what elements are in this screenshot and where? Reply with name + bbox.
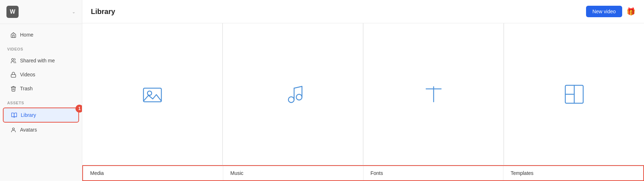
templates-icon-area (504, 23, 644, 165)
sidebar: W ⌄ Home Videos (0, 0, 82, 181)
header-actions: New video 🎁 (586, 6, 635, 17)
sidebar-item-home[interactable]: Home (3, 28, 79, 42)
card-labels-row: Media Music Fonts Templates (82, 165, 644, 181)
sidebar-item-shared-with-me[interactable]: Shared with me (3, 54, 79, 67)
avatars-label: Avatars (20, 127, 37, 133)
library-card-music[interactable] (223, 23, 363, 165)
logo-button[interactable]: W (6, 6, 19, 18)
videos-label: Videos (20, 72, 35, 77)
library-label: Library (21, 112, 36, 118)
svg-rect-3 (143, 88, 161, 102)
chevron-down-icon[interactable]: ⌄ (72, 9, 75, 14)
svg-point-8 (288, 97, 294, 103)
media-label: Media (83, 166, 223, 180)
sidebar-header: W ⌄ (0, 0, 82, 24)
new-video-button[interactable]: New video (586, 6, 622, 17)
library-area: Media Music Fonts Templates (82, 23, 644, 181)
fonts-icon-area (364, 23, 503, 165)
svg-point-9 (296, 94, 302, 100)
videos-section-label: Videos (0, 42, 82, 53)
labels-row-container: Media Music Fonts Templates (82, 165, 644, 181)
library-card-fonts[interactable] (363, 23, 504, 165)
media-icon-area (82, 23, 222, 165)
home-label: Home (20, 32, 33, 38)
svg-line-5 (294, 86, 302, 88)
svg-point-2 (12, 128, 14, 130)
gift-icon-button[interactable]: 🎁 (626, 7, 635, 16)
assets-section-label: Assets (0, 96, 82, 107)
page-title: Library (91, 8, 115, 16)
avatar-icon (10, 127, 16, 133)
trash-label: Trash (20, 86, 33, 91)
fonts-icon (421, 82, 446, 107)
fonts-label: Fonts (364, 166, 504, 180)
library-badge: 1 (75, 105, 82, 113)
main-content: Library New video 🎁 (82, 0, 644, 181)
library-card-media[interactable] (82, 23, 223, 165)
templates-icon (562, 82, 587, 107)
svg-point-4 (147, 91, 152, 95)
media-icon (140, 82, 165, 107)
music-icon (280, 82, 306, 107)
shared-with-me-label: Shared with me (20, 58, 55, 63)
sidebar-item-avatars[interactable]: Avatars (3, 123, 79, 137)
shared-icon (10, 57, 16, 64)
gift-icon: 🎁 (626, 7, 635, 16)
templates-label: Templates (503, 166, 643, 180)
trash-icon (10, 85, 16, 92)
book-icon (11, 112, 17, 118)
music-icon-area (223, 23, 363, 165)
sidebar-nav: Home Videos Shared with me (0, 24, 82, 181)
lock-icon (10, 71, 16, 78)
library-card-templates[interactable] (504, 23, 644, 165)
main-header: Library New video 🎁 (82, 0, 644, 23)
music-label: Music (223, 166, 364, 180)
home-icon (10, 32, 16, 38)
svg-rect-1 (11, 74, 16, 77)
sidebar-item-videos[interactable]: Videos (3, 68, 79, 81)
svg-point-0 (11, 58, 14, 61)
library-cards-container (82, 23, 644, 165)
sidebar-item-trash[interactable]: Trash (3, 82, 79, 95)
sidebar-item-library[interactable]: Library 1 (3, 108, 79, 123)
